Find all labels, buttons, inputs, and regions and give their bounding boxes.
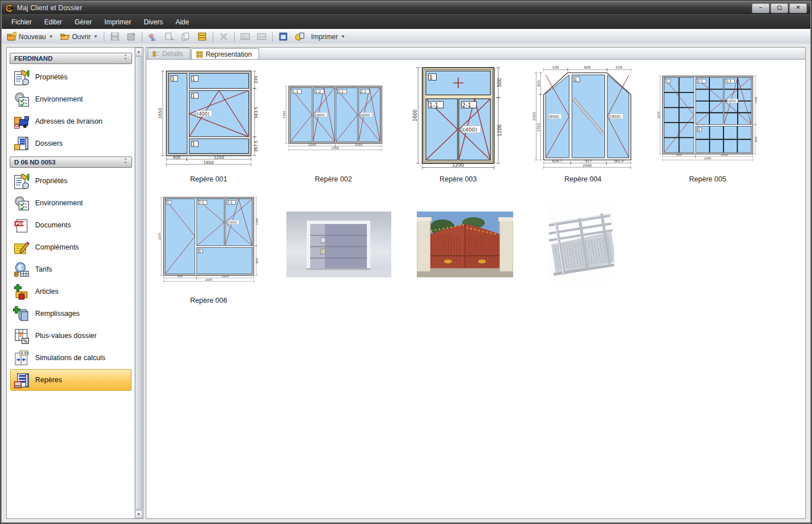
sidebar-item-dossiers[interactable]: Dossiers (10, 133, 132, 154)
maximize-button[interactable]: ▢ (771, 3, 788, 13)
drawing-rep-re-004[interactable]: (950)1(950)620.7817562.32000550900550500… (532, 64, 634, 183)
menu-item-grer[interactable]: Gérer (68, 16, 98, 28)
title-bar[interactable]: Maj Client et Dossier – ▢ ✕ (2, 2, 810, 14)
tab-details[interactable]: Details (147, 48, 191, 60)
save-close-icon (126, 32, 136, 41)
garage-door-photo[interactable] (286, 212, 391, 277)
svg-text:1500: 1500 (536, 122, 540, 132)
sidebar-item-tarifs[interactable]: €Tarifs (10, 259, 132, 280)
window-technical-drawing: 111(400)1400125016501650339943.5367.5 (158, 64, 260, 173)
window-technical-drawing: 12-12-2(900)39501650260022501400850 (158, 185, 260, 294)
tab-strip: DetailsRepresentation (146, 47, 806, 60)
copy-add-icon (164, 32, 174, 41)
svg-text:1: 1 (429, 74, 433, 81)
toolbar-separator (234, 32, 235, 42)
drawing-rep-re-001[interactable]: 111(400)1400125016501650339943.5367.5Rep… (158, 64, 260, 183)
tab-representation[interactable]: Representation (191, 48, 259, 60)
nouveau-button[interactable]: Nouveau▼ (4, 31, 56, 43)
scroll-down-arrow[interactable]: ▼ (135, 510, 142, 518)
image-export-icon (257, 32, 267, 41)
group-header-ferdinand[interactable]: FERDINAND⌃⌃ (10, 53, 132, 64)
sidebar-item-label: Documents (35, 221, 71, 229)
svg-text:817: 817 (585, 159, 592, 163)
svg-text:500: 500 (497, 78, 502, 87)
scroll-up-arrow[interactable]: ▲ (135, 48, 142, 56)
window-icon[interactable] (276, 31, 291, 43)
dropdown-arrow-icon[interactable]: ▼ (49, 34, 53, 39)
drawing-rep-re-003[interactable]: 11-12-1(400)120016005001100Repère 003 (407, 64, 509, 183)
drawing-caption: Repère 006 (158, 297, 260, 305)
sidebar-item-environnement[interactable]: Environnement (10, 192, 132, 214)
delivery-truck-icon (13, 113, 30, 130)
svg-text:(900): (900) (728, 99, 736, 103)
copy-icon[interactable] (178, 31, 193, 43)
svg-text:2-1: 2-1 (338, 90, 344, 94)
sidebar-item-compl-ments[interactable]: Compléments (10, 236, 132, 258)
svg-text:850: 850 (255, 258, 259, 263)
scroll-thumb[interactable] (135, 56, 142, 510)
group-header-d-06-nd-0053[interactable]: D 06 ND 0053⌃⌃ (10, 157, 132, 168)
toolbar-button-label: Ouvrir (72, 33, 91, 41)
image-export-icon[interactable] (254, 31, 269, 43)
svg-text:1-1: 1-1 (429, 102, 438, 108)
image-icon (240, 32, 250, 41)
sidebar-item-simulations-de-calculs[interactable]: 9.95Simulations de calculs (10, 347, 132, 369)
drawing-rep-re-002[interactable]: 1-11-2(600)2-12-2(600)1250125025001540Re… (282, 64, 384, 183)
sidebar-item-adresses-de-livraison[interactable]: Adresses de livraison (10, 111, 132, 132)
imprimer-button[interactable]: Imprimer▼ (308, 32, 348, 42)
image-icon[interactable] (238, 31, 253, 43)
menu-item-aide[interactable]: Aide (169, 16, 195, 28)
minimize-button[interactable]: – (752, 3, 769, 13)
collapse-chevron-icon[interactable]: ⌃⌃ (123, 159, 128, 166)
sidebar-item-label: Environnement (35, 95, 83, 103)
sidebar-scrollbar[interactable]: ▲ ▼ (134, 48, 143, 518)
svg-text:9.95: 9.95 (20, 351, 29, 356)
menu-item-divers[interactable]: Divers (137, 16, 169, 28)
window-technical-drawing: 11-12-1(400)120016005001100 (407, 64, 509, 173)
save-icon[interactable] (107, 31, 122, 43)
drawing-rep-re-005[interactable]: 12-12-2(900)39501650260022501400850Repèr… (657, 64, 759, 183)
drawing-rep-re-006[interactable]: 12-12-2(900)39501650260022501400850Repèr… (158, 185, 260, 305)
rename-icon: abac (148, 32, 158, 41)
sidebar-item-plus-values-dossier[interactable]: %Plus-values dossier (10, 325, 132, 346)
svg-text:367.5: 367.5 (253, 141, 259, 153)
menu-item-fichier[interactable]: Fichier (5, 16, 38, 28)
sidebar-item-remplissages[interactable]: Remplissages (10, 303, 132, 324)
menu-item-editer[interactable]: Editer (38, 16, 68, 28)
save-close-icon[interactable] (124, 31, 139, 43)
sidebar-item-propri-t-s[interactable]: Propriétés (10, 66, 132, 88)
svg-text:1: 1 (574, 77, 577, 82)
sidebar-item-label: Articles (35, 288, 58, 295)
sidebar-item-environnement[interactable]: Environnement (10, 88, 132, 110)
close-button[interactable]: ✕ (789, 3, 807, 13)
rename-icon[interactable]: abac (145, 31, 160, 43)
group-title: FERDINAND (14, 55, 53, 62)
sidebar-item-label: Adresses de livraison (35, 117, 103, 125)
notes-pencil-icon (13, 239, 30, 256)
metal-railing-photo[interactable] (549, 202, 614, 282)
svg-text:950: 950 (177, 274, 183, 278)
help-icon[interactable] (292, 31, 307, 43)
sidebar-panel: FERDINAND⌃⌃PropriétésEnvironnementAdress… (7, 48, 135, 518)
svg-text:(900): (900) (229, 221, 237, 224)
copy-add-icon[interactable] (162, 31, 177, 43)
collapse-chevron-icon[interactable]: ⌃⌃ (123, 55, 128, 62)
delete-icon[interactable] (216, 31, 231, 43)
sidebar-item-documents[interactable]: PDFDocuments (10, 214, 132, 236)
properties-icon (13, 172, 30, 189)
svg-text:1400: 1400 (255, 218, 259, 225)
sidebar-item-rep-res[interactable]: Repères (10, 369, 132, 391)
app-icon (5, 4, 14, 12)
window-technical-drawing: 12-12-2(900)39501650260022501400850 (657, 64, 759, 173)
sidebar-item-label: Dossiers (35, 140, 63, 147)
dropdown-arrow-icon[interactable]: ▼ (341, 34, 345, 39)
svg-text:(950): (950) (610, 115, 621, 119)
sidebar-item-propri-t-s[interactable]: Propriétés (10, 170, 132, 192)
dropdown-arrow-icon[interactable]: ▼ (94, 34, 98, 39)
entrance-gate-photo[interactable] (417, 212, 513, 277)
menu-item-imprimer[interactable]: Imprimer (98, 16, 137, 28)
ouvrir-button[interactable]: Ouvrir▼ (57, 31, 101, 43)
table-icon[interactable] (194, 31, 210, 43)
sidebar-item-articles[interactable]: Articles (10, 281, 132, 302)
environment-icon (13, 91, 30, 108)
